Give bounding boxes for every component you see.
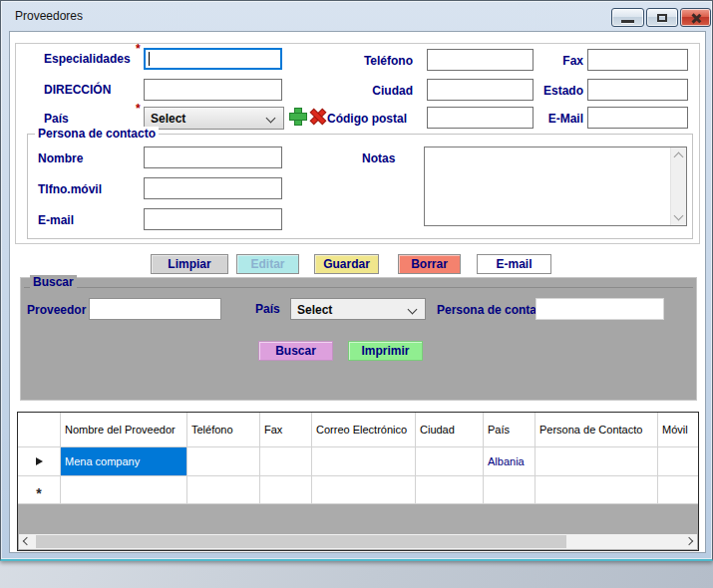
scrollbar-thumb[interactable]	[36, 535, 566, 548]
notas-textarea-wrapper	[424, 147, 687, 226]
new-row-header[interactable]: *	[18, 476, 61, 504]
notas-textarea[interactable]	[425, 147, 670, 225]
grid-header-ciudad[interactable]: Ciudad	[416, 413, 484, 447]
buscar-button[interactable]: Buscar	[258, 341, 333, 361]
especialidades-required-marker: *	[136, 42, 141, 56]
imprimir-button[interactable]: Imprimir	[348, 341, 423, 361]
contact-nombre-label: Nombre	[38, 151, 83, 165]
table-row: Mena company Albania	[18, 447, 698, 476]
scroll-up-icon	[674, 152, 684, 162]
contact-email-label: E-mail	[38, 213, 74, 227]
guardar-button[interactable]: Guardar	[314, 254, 379, 274]
grid-header-row: Nombre del Proveedor Teléfono Fax Correo…	[18, 413, 698, 447]
especialidades-input[interactable]	[144, 48, 282, 70]
scroll-down-icon	[674, 211, 684, 221]
estado-input[interactable]	[587, 79, 688, 101]
new-row-icon: *	[36, 489, 41, 497]
contact-group-title: Persona de contacto	[35, 127, 159, 141]
add-country-icon[interactable]	[290, 109, 306, 125]
grid-cell-persona[interactable]	[535, 476, 658, 504]
window-title: Proveedores	[15, 9, 83, 23]
chevron-down-icon	[408, 305, 418, 315]
notas-scrollbar[interactable]	[670, 147, 686, 225]
buscar-panel: Buscar	[20, 277, 697, 401]
especialidades-label: Especialidades	[44, 52, 131, 66]
maximize-button[interactable]	[646, 8, 678, 27]
grid-cell-pais[interactable]	[484, 476, 535, 504]
suppliers-grid: Nombre del Proveedor Teléfono Fax Correo…	[17, 412, 699, 551]
maximize-icon	[657, 14, 667, 22]
grid-header-nombre[interactable]: Nombre del Proveedor	[61, 413, 187, 447]
minimize-icon	[621, 20, 634, 23]
titlebar[interactable]: Proveedores	[1, 1, 712, 31]
borrar-button[interactable]: Borrar	[398, 254, 461, 274]
grid-cell-nombre[interactable]	[61, 476, 187, 504]
text-caret	[149, 52, 150, 66]
direccion-label: DIRECCIÓN	[44, 83, 111, 97]
chevron-down-icon	[266, 114, 276, 124]
buscar-persona-input[interactable]	[535, 298, 664, 320]
pais-select-value: Select	[151, 112, 185, 126]
pais-select[interactable]: Select	[144, 107, 284, 130]
limpiar-button[interactable]: Limpiar	[151, 254, 228, 274]
grid-cell-nombre[interactable]: Mena company	[61, 447, 187, 476]
contact-nombre-input[interactable]	[144, 147, 282, 168]
grid-cell-fax[interactable]	[260, 447, 312, 476]
pais-label: País	[44, 112, 69, 126]
buscar-group-title: Buscar	[30, 275, 77, 289]
minimize-button[interactable]	[611, 8, 644, 27]
groupbox-border	[24, 287, 693, 288]
email-label: E-Mail	[500, 112, 583, 126]
grid-cell-ciudad[interactable]	[416, 447, 484, 476]
grid-cell-movil[interactable]	[658, 476, 699, 504]
contact-email-input[interactable]	[144, 208, 282, 230]
telefono-label: Teléfono	[340, 54, 413, 68]
buscar-proveedor-input[interactable]	[89, 298, 221, 320]
pais-required-marker: *	[136, 102, 141, 116]
close-button[interactable]	[680, 8, 711, 27]
scroll-right-icon	[685, 537, 693, 545]
grid-cell-movil[interactable]	[658, 447, 699, 476]
email-input[interactable]	[587, 107, 688, 129]
grid-header-fax[interactable]: Fax	[260, 413, 312, 447]
buscar-pais-select[interactable]: Select	[290, 298, 426, 320]
grid-header-selector[interactable]	[18, 413, 61, 447]
buscar-proveedor-label: Proveedor	[27, 303, 86, 317]
grid-cell-correo[interactable]	[312, 476, 416, 504]
grid-header-correo[interactable]: Correo Electrónico	[312, 413, 416, 447]
buscar-persona-label: Persona de contacto	[437, 303, 535, 317]
current-row-header[interactable]	[18, 447, 61, 476]
direccion-input[interactable]	[144, 79, 282, 101]
email-button[interactable]: E-mail	[477, 254, 551, 274]
grid-header-telefono[interactable]: Teléfono	[187, 413, 260, 447]
delete-country-icon[interactable]	[309, 109, 325, 125]
grid-cell-telefono[interactable]	[187, 476, 260, 504]
grid-header-pais[interactable]: País	[484, 413, 535, 447]
grid-header-persona[interactable]: Persona de Contacto	[535, 413, 658, 447]
contact-movil-input[interactable]	[144, 177, 282, 199]
scroll-left-icon	[23, 537, 31, 545]
grid-cell-telefono[interactable]	[187, 447, 260, 476]
notas-label: Notas	[362, 151, 395, 165]
current-row-arrow-icon	[36, 457, 43, 465]
table-row-new: *	[18, 476, 698, 504]
ciudad-label: Ciudad	[340, 84, 413, 98]
grid-cell-pais[interactable]: Albania	[484, 447, 535, 476]
fax-label: Fax	[500, 54, 583, 68]
contact-movil-label: Tlfno.móvil	[38, 182, 102, 196]
buscar-pais-select-value: Select	[297, 303, 332, 317]
grid-cell-ciudad[interactable]	[416, 476, 484, 504]
grid-cell-persona[interactable]	[535, 447, 658, 476]
grid-cell-correo[interactable]	[312, 447, 416, 476]
estado-label: Estado	[500, 84, 583, 98]
grid-cell-fax[interactable]	[260, 476, 312, 504]
grid-horizontal-scrollbar[interactable]	[19, 534, 697, 549]
editar-button[interactable]: Editar	[236, 254, 299, 274]
codigo-postal-label: Código postal	[327, 112, 407, 126]
proveedores-window: Proveedores Especialidades * DIRECCIÓN P…	[0, 0, 713, 561]
fax-input[interactable]	[587, 49, 688, 71]
buscar-pais-label: País	[255, 302, 280, 316]
grid-header-movil[interactable]: Móvil	[658, 413, 699, 447]
